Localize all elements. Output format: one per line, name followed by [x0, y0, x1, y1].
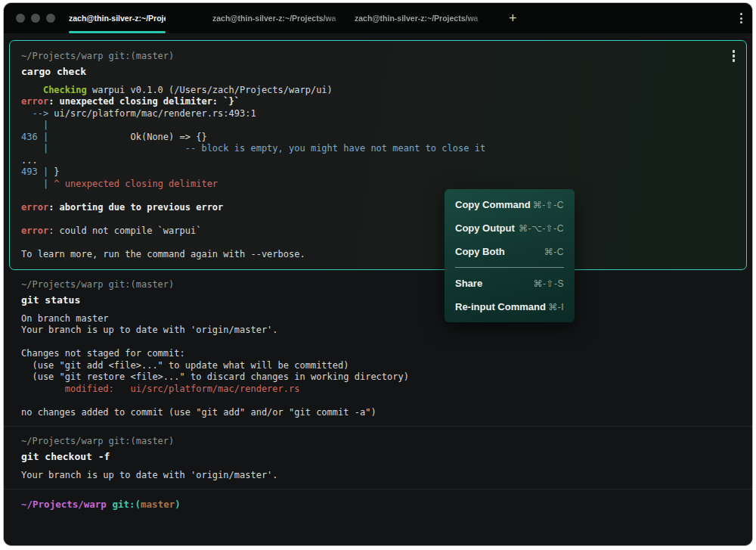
terminal-output-line: no changes added to commit (use "git add…	[21, 407, 735, 419]
tab-1-active[interactable]: zach@thin-silver-z:~/Projects/w	[69, 3, 166, 33]
terminal-text-segment: Your branch is up to date with 'origin/m…	[21, 325, 278, 335]
terminal-text-segment: -->	[21, 108, 54, 119]
terminal-output-line: error: could not compile `warpui`	[21, 225, 735, 238]
menu-item-shortcut: ⌘-⇧-S	[533, 278, 564, 289]
terminal-text-segment: Changes not staged for commit:	[21, 348, 185, 359]
terminal-output-line	[21, 395, 735, 407]
terminal-output-line: Your branch is up to date with 'origin/m…	[21, 470, 735, 482]
terminal-text-segment: |	[21, 143, 48, 154]
block-git-status[interactable]: ~/Projects/warp git:(master)git statusOn…	[4, 270, 752, 426]
menu-item-shortcut: ⌘-I	[548, 302, 564, 312]
terminal-output-line: error: unexpected closing delimiter: `}`	[21, 96, 735, 108]
terminal-output-line: error: aborting due to previous error	[21, 202, 735, 214]
terminal-text-segment: ~/Projects/warp	[21, 499, 107, 510]
tab-2[interactable]: zach@thin-silver-z:~/Projects/wa	[212, 3, 355, 33]
terminal-text-segment: Your branch is up to date with 'origin/m…	[21, 470, 278, 480]
terminal-content: ~/Projects/warp git:(master)cargo check …	[4, 33, 752, 545]
block-output: Checking warpui v0.1.0 (/Users/zach/Proj…	[21, 85, 735, 261]
menu-item-label: Copy Command	[455, 199, 531, 210]
menu-item-shortcut: ⌘-⌥-⇧-C	[519, 223, 564, 234]
menu-item-shortcut: ⌘-C	[544, 247, 564, 257]
terminal-text-segment: modified: ui/src/platform/mac/renderer.r…	[65, 384, 300, 394]
terminal-output-line	[21, 337, 735, 349]
terminal-text-segment: 493 |	[21, 166, 48, 177]
terminal-output-line: Your branch is up to date with 'origin/m…	[21, 325, 735, 337]
terminal-text-segment: : aborting due to previous error	[48, 202, 223, 213]
terminal-text-segment: |	[21, 120, 48, 130]
block-menu-icon[interactable]	[733, 50, 736, 62]
menu-item-re-input-command[interactable]: Re-input Command⌘-I	[445, 295, 575, 319]
tab-title: zach@thin-silver-z:~/Projects/wa	[212, 14, 355, 23]
terminal-text-segment: ui/src/platform/mac/renderer.rs:493:1	[54, 108, 256, 119]
terminal-output-line: 493 | }	[21, 166, 735, 179]
terminal-output-line: | -- block is empty, you might have not …	[21, 143, 735, 155]
terminal-output-line: modified: ui/src/platform/mac/renderer.r…	[21, 384, 735, 396]
block-git-checkout[interactable]: ~/Projects/warp git:(master)git checkout…	[4, 427, 752, 489]
menu-item-share[interactable]: Share⌘-⇧-S	[445, 272, 575, 295]
shell-prompt: ~/Projects/warp git:(master)	[21, 499, 735, 511]
block-output: Your branch is up to date with 'origin/m…	[21, 470, 735, 482]
terminal-output-line: Checking warpui v0.1.0 (/Users/zach/Proj…	[21, 85, 735, 97]
block-command: git checkout -f	[21, 449, 735, 465]
terminal-output-line: To learn more, run the command again wit…	[21, 249, 735, 261]
terminal-text-segment: ^ unexpected closing delimiter	[54, 179, 218, 189]
terminal-text-segment: (use "git restore <file>..." to discard …	[21, 371, 409, 382]
terminal-output-line	[21, 237, 735, 249]
block-prompt-context: ~/Projects/warp git:(master)	[21, 436, 735, 448]
terminal-text-segment: error	[21, 96, 48, 107]
terminal-text-segment: warpui v0.1.0 (/Users/zach/Projects/warp…	[87, 85, 333, 95]
terminal-output-line: (use "git add <file>..." to update what …	[21, 360, 735, 372]
block-context-menu: Copy Command⌘-⇧-CCopy Output⌘-⌥-⇧-CCopy …	[445, 189, 575, 322]
terminal-text-segment: Ok(None) => {}	[48, 132, 207, 142]
menu-item-copy-both[interactable]: Copy Both⌘-C	[445, 240, 575, 263]
window-menu-icon[interactable]	[740, 13, 742, 23]
terminal-text-segment: On branch master	[21, 313, 109, 324]
terminal-output-line: ...	[21, 155, 735, 167]
terminal-text-segment: |	[21, 179, 54, 189]
close-window-button[interactable]	[16, 14, 25, 23]
terminal-text-segment: git:(	[112, 499, 141, 510]
terminal-text-segment: error	[21, 202, 48, 213]
traffic-lights	[16, 14, 55, 23]
terminal-output-line	[21, 190, 735, 202]
block-cargo-check[interactable]: ~/Projects/warp git:(master)cargo check …	[9, 40, 747, 270]
terminal-output-line: On branch master	[21, 313, 735, 325]
block-command: cargo check	[21, 64, 735, 79]
terminal-text-segment	[21, 384, 65, 394]
terminal-output-line: 436 | Ok(None) => {}	[21, 132, 735, 144]
warp-terminal-window: zach@thin-silver-z:~/Projects/wzach@thin…	[4, 3, 752, 545]
terminal-text-segment: 436 |	[21, 132, 48, 142]
terminal-text-segment: (use "git add <file>..." to update what …	[21, 360, 349, 371]
terminal-text-segment: error	[21, 225, 48, 236]
terminal-text-segment: : unexpected closing delimiter: `}`	[48, 96, 240, 107]
terminal-output-line: |	[21, 120, 735, 132]
menu-item-copy-output[interactable]: Copy Output⌘-⌥-⇧-C	[445, 216, 575, 240]
menu-item-label: Re-input Command	[455, 301, 546, 312]
block-output: On branch masterYour branch is up to dat…	[21, 313, 735, 419]
terminal-output-line: | ^ unexpected closing delimiter	[21, 179, 735, 191]
tab-title: zach@thin-silver-z:~/Projects/w	[69, 14, 166, 23]
block-prompt-context: ~/Projects/warp git:(master)	[21, 279, 735, 291]
minimize-window-button[interactable]	[31, 14, 40, 23]
terminal-text-segment: )	[175, 499, 181, 510]
terminal-output-line: Changes not staged for commit:	[21, 348, 735, 360]
tab-strip: zach@thin-silver-z:~/Projects/wzach@thin…	[69, 3, 497, 33]
tab-bar: zach@thin-silver-z:~/Projects/wzach@thin…	[4, 3, 752, 33]
new-tab-button[interactable]: +	[504, 11, 522, 25]
terminal-text-segment	[21, 85, 43, 95]
menu-item-shortcut: ⌘-⇧-C	[533, 200, 564, 210]
terminal-text-segment: }	[48, 166, 59, 177]
terminal-text-segment: : could not compile `warpui`	[48, 225, 201, 236]
zoom-window-button[interactable]	[46, 14, 55, 23]
block-command: git status	[21, 293, 735, 308]
block-prompt-context: ~/Projects/warp git:(master)	[21, 51, 735, 63]
terminal-output-line	[21, 213, 735, 225]
terminal-text-segment: master	[141, 499, 175, 510]
terminal-text-segment: To learn more, run the command again wit…	[21, 249, 305, 259]
menu-divider	[455, 267, 564, 268]
tab-3[interactable]: zach@thin-silver-z:~/Projects/wa	[355, 3, 497, 33]
menu-item-label: Copy Output	[455, 222, 515, 234]
terminal-output-line: --> ui/src/platform/mac/renderer.rs:493:…	[21, 108, 735, 120]
menu-item-copy-command[interactable]: Copy Command⌘-⇧-C	[445, 193, 575, 216]
block-current-prompt[interactable]: ~/Projects/warp git:(master)	[4, 489, 752, 545]
